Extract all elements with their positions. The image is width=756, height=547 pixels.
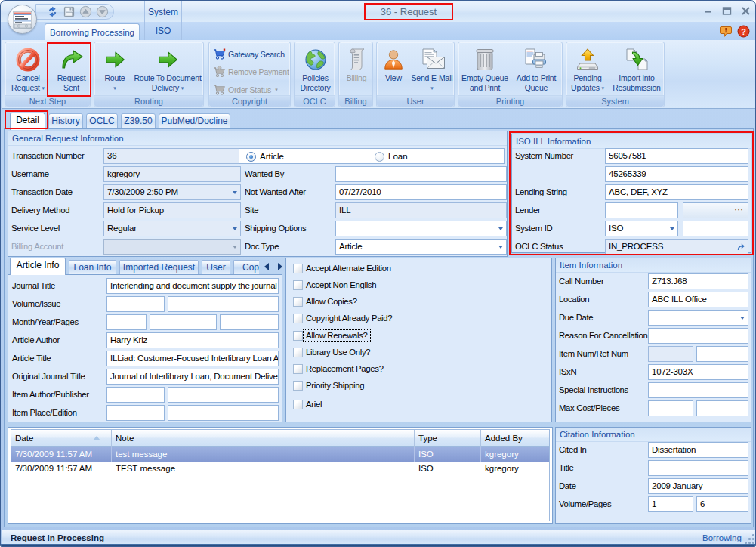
dropdown-arrow-icon[interactable] [233, 227, 237, 230]
tab-z3950[interactable]: Z39.50 [121, 113, 156, 129]
lender-browse-button[interactable]: ··· [683, 202, 748, 218]
item-edition-field[interactable] [168, 405, 279, 421]
tab-scroll-left-icon[interactable] [264, 263, 269, 270]
column-header-note[interactable]: Note [112, 430, 415, 447]
lending-string-field[interactable]: ABC, DEF, XYZ [605, 184, 748, 200]
item-num-field[interactable] [648, 346, 693, 362]
issue-field[interactable] [168, 296, 279, 312]
article-radio[interactable] [246, 152, 256, 162]
doc-type-field[interactable]: Article [335, 239, 507, 255]
library-use-only-checkbox[interactable] [293, 348, 303, 357]
status-refresh-icon[interactable] [736, 243, 745, 252]
article-author-field[interactable]: Harry Kriz [106, 332, 279, 348]
loan-radio[interactable] [375, 152, 384, 162]
dropdown-arrow-icon[interactable] [498, 246, 503, 249]
accept-non-english-checkbox[interactable] [293, 280, 303, 290]
dropdown-arrow-icon[interactable] [233, 191, 237, 194]
location-field[interactable]: ABC ILL Office [648, 292, 748, 307]
save-icon[interactable] [63, 5, 76, 18]
shipping-options-field[interactable] [335, 221, 507, 236]
lender-field[interactable] [605, 202, 678, 218]
route-button[interactable]: Route▾ [97, 44, 132, 95]
minimize-button[interactable] [702, 5, 713, 16]
item-place-field[interactable] [106, 405, 165, 421]
citation-title-field[interactable] [648, 460, 748, 476]
move-down-icon[interactable] [96, 5, 109, 18]
dropdown-arrow-icon[interactable] [498, 227, 503, 230]
send-email-button[interactable]: Send E-Mail▾ [410, 44, 454, 95]
request-sent-button[interactable]: Request Sent [50, 44, 93, 95]
pages-field[interactable] [220, 314, 279, 330]
transaction-date-field[interactable]: 7/30/2009 2:50 PM [103, 184, 241, 200]
billing-account-field[interactable] [103, 239, 241, 255]
allow-renewals-checkbox[interactable] [293, 331, 303, 341]
site-field[interactable]: ILL [335, 202, 507, 218]
gateway-search-button[interactable]: Gateway Search [213, 46, 285, 62]
system-id-2-field[interactable] [683, 221, 748, 236]
service-level-field[interactable]: Regular [103, 221, 241, 236]
max-cost-field[interactable] [648, 400, 693, 416]
help-icon[interactable]: ? [737, 25, 750, 40]
dropdown-arrow-icon[interactable] [740, 317, 745, 320]
delivery-method-field[interactable]: Hold for Pickup [103, 202, 241, 218]
tab-imported-request[interactable]: Imported Request [119, 260, 199, 275]
system-number-field[interactable]: 56057581 [605, 148, 748, 164]
citation-pages-field[interactable]: 6 [696, 496, 748, 512]
cited-in-field[interactable]: Dissertation [648, 442, 748, 458]
tab-loan-info[interactable]: Loan Info [69, 260, 116, 275]
route-to-document-delivery-button[interactable]: Route To Document Delivery ▾ [132, 44, 203, 95]
column-header-type[interactable]: Type [415, 430, 481, 447]
remove-payment-button[interactable]: Remove Payment [213, 63, 289, 79]
journal-title-field[interactable]: Interlending and document supply the jou… [106, 278, 279, 294]
oclc-status-field[interactable]: IN_PROCESS [605, 239, 748, 255]
feedback-icon[interactable] [720, 25, 733, 40]
citation-volume-field[interactable]: 1 [648, 496, 693, 512]
username-field[interactable]: kgregory [103, 166, 241, 182]
tab-history[interactable]: History [48, 113, 83, 129]
dropdown-arrow-icon[interactable] [233, 246, 237, 249]
original-journal-title-field[interactable]: Journal of Interlibrary Loan, Document D… [106, 369, 279, 385]
tab-pubmed-docline[interactable]: PubMed/Docline [159, 113, 230, 129]
view-button[interactable]: View [378, 44, 409, 95]
tab-borrowing-processing[interactable]: Borrowing Processing [45, 23, 140, 41]
tab-article-info[interactable]: Article Info [10, 258, 66, 275]
year-field[interactable] [150, 314, 217, 330]
wanted-by-field[interactable] [335, 166, 507, 182]
system-id-field[interactable]: ISO [605, 221, 678, 236]
import-into-resubmission-button[interactable]: Import into Resubmission [611, 44, 662, 95]
not-wanted-after-field[interactable]: 07/27/2010 [335, 184, 507, 200]
due-date-field[interactable] [648, 310, 748, 326]
copyright-already-paid-checkbox[interactable] [293, 314, 303, 323]
tab-copyright[interactable]: Copy [233, 260, 259, 275]
tab-user[interactable]: User [202, 260, 230, 275]
empty-queue-and-print-button[interactable]: Empty Queue and Print [460, 44, 510, 95]
close-button[interactable] [740, 5, 751, 16]
month-field[interactable] [106, 314, 147, 330]
accept-alternate-edition-checkbox[interactable] [293, 264, 303, 274]
priority-shipping-checkbox[interactable] [293, 381, 303, 391]
reason-for-cancellation-field[interactable] [648, 328, 748, 344]
special-instructions-field[interactable] [648, 382, 748, 398]
tab-scroll-right-icon[interactable] [278, 263, 282, 270]
tab-iso[interactable]: ISO [144, 22, 182, 40]
allow-copies-checkbox[interactable] [293, 297, 303, 307]
item-author-field[interactable] [106, 387, 165, 403]
move-up-icon[interactable] [79, 5, 92, 18]
tab-oclc[interactable]: OCLC [86, 113, 118, 129]
call-number-field[interactable]: Z713.J68 [648, 274, 748, 289]
policies-directory-button[interactable]: Policies Directory [295, 44, 335, 95]
replacement-pages-checkbox[interactable] [293, 364, 303, 374]
pieces-field[interactable] [696, 400, 748, 416]
application-menu-button[interactable] [8, 5, 37, 34]
article-title-field[interactable]: ILLiad: Customer-Focused Interlibrary Lo… [106, 351, 279, 366]
system-number-2-field[interactable]: 45265339 [605, 166, 748, 182]
maximize-button[interactable] [721, 5, 732, 16]
refresh-icon[interactable] [46, 5, 59, 18]
resize-grip[interactable] [744, 533, 754, 544]
add-to-print-queue-button[interactable]: Add to Print Queue [514, 44, 558, 95]
ref-num-field[interactable] [696, 346, 748, 362]
billing-button[interactable]: Billing [340, 44, 373, 95]
note-row[interactable]: 7/30/2009 11:57 AM TEST message ISO kgre… [11, 462, 549, 476]
tab-system[interactable]: System [144, 1, 182, 22]
item-publisher-field[interactable] [168, 387, 279, 403]
